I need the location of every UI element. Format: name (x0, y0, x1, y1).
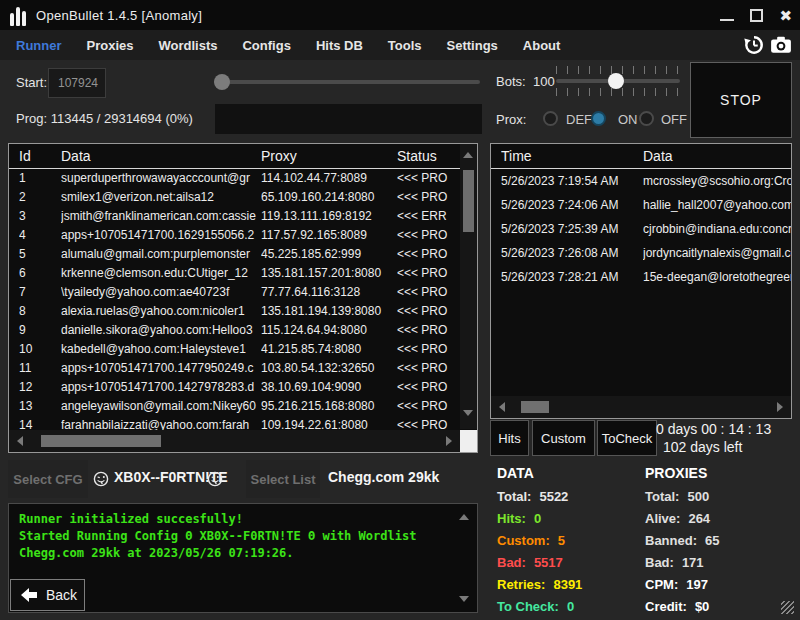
result-row[interactable]: 5alumalu@gmail.com:purplemonster45.225.1… (9, 245, 477, 264)
col-time[interactable]: Time (501, 144, 643, 168)
hit-row[interactable]: 5/26/2023 7:24:06 AMhallie_hall2007@yaho… (491, 193, 791, 217)
log-scroll-down-icon[interactable] (459, 596, 469, 602)
log-line: Chegg.com 29kk at 2023/05/26 07:19:26. (19, 545, 467, 562)
cell-data: hallie_hall2007@yahoo.com:2B (643, 193, 791, 217)
menu-item-configs[interactable]: Configs (242, 38, 290, 53)
results-vertical-scrollbar[interactable] (460, 144, 477, 429)
resize-grip[interactable] (781, 601, 794, 614)
col-proxy[interactable]: Proxy (261, 144, 397, 168)
openbullet-window: OpenBullet 1.4.5 [Anomaly] ✖ Runner Prox… (0, 0, 800, 620)
bots-slider-thumb[interactable] (608, 73, 624, 89)
cell-id: 5 (19, 245, 61, 264)
cell-data: 15e-deegan@loretothegreen.i (643, 265, 791, 289)
col-data[interactable]: Data (643, 144, 791, 168)
cell-proxy: 103.80.54.132:32650 (261, 359, 397, 378)
hits-horizontal-scrollbar[interactable] (491, 396, 791, 418)
result-row[interactable]: 1superduperthrowawayacccount@gr114.102.4… (9, 169, 477, 188)
start-input[interactable] (48, 68, 106, 98)
cell-data: kabedell@yahoo.com:Haleysteve1 (61, 340, 261, 359)
result-row[interactable]: 7\tyailedy@yahoo.com:ae40723f77.77.64.11… (9, 283, 477, 302)
scroll-thumb[interactable] (521, 401, 549, 413)
col-id[interactable]: Id (19, 144, 61, 168)
menu-item-hitsdb[interactable]: Hits DB (316, 38, 363, 53)
start-label: Start: (16, 75, 47, 90)
tab-tocheck[interactable]: ToCheck (597, 420, 657, 456)
start-slider[interactable] (214, 80, 480, 84)
stat-hits: Hits:0 (497, 511, 582, 533)
cell-data: \tyailedy@yahoo.com:ae40723f (61, 283, 261, 302)
prox-radio-def[interactable] (543, 111, 558, 126)
history-clock-icon[interactable] (743, 34, 765, 56)
hit-row[interactable]: 5/26/2023 7:19:54 AMmcrossley@scsohio.or… (491, 169, 791, 193)
col-data[interactable]: Data (61, 144, 261, 168)
cell-data: jsmith@franklinamerican.com:cassie (61, 207, 261, 226)
cell-data: jordyncaitlynalexis@gmail.com (643, 241, 791, 265)
stat-proxy-total: Total:500 (645, 489, 719, 511)
data-stats-title: DATA (497, 465, 582, 481)
maximize-icon[interactable] (750, 9, 763, 22)
stat-proxy-bad: Bad:171 (645, 555, 719, 577)
cell-data: cjrobbin@indiana.edu:concret (643, 217, 791, 241)
select-list-button[interactable]: Select List (246, 460, 320, 498)
close-icon[interactable]: ✖ (779, 8, 792, 23)
tab-custom[interactable]: Custom (532, 420, 595, 456)
result-row[interactable]: 8alexia.ruelas@yahoo.com:nicoler1135.181… (9, 302, 477, 321)
scroll-up-icon[interactable] (463, 152, 473, 158)
stat-bad: Bad:5517 (497, 555, 582, 577)
hit-row[interactable]: 5/26/2023 7:26:08 AMjordyncaitlynalexis@… (491, 241, 791, 265)
scroll-left-icon[interactable] (17, 436, 23, 446)
minimize-icon[interactable] (720, 19, 734, 21)
log-line: Runner initialized succesfully! (19, 511, 467, 528)
result-row[interactable]: 11apps+107051471700.1477950249.c103.80.5… (9, 359, 477, 378)
scroll-down-icon[interactable] (463, 410, 473, 416)
menu-item-about[interactable]: About (523, 38, 561, 53)
cell-proxy: 95.216.215.168:8080 (261, 397, 397, 416)
menu-item-settings[interactable]: Settings (447, 38, 498, 53)
prox-radio-def-label[interactable]: DEF (566, 112, 592, 127)
prox-radio-on[interactable] (591, 111, 606, 126)
scroll-right-icon[interactable] (777, 402, 783, 412)
stat-retries: Retries:8391 (497, 577, 582, 599)
result-row[interactable]: 4apps+107051471700.1629155056.2117.57.92… (9, 226, 477, 245)
result-row[interactable]: 13angeleyawilson@ymail.com:Nikey6095.216… (9, 397, 477, 416)
stat-credit: Credit:$0 (645, 599, 719, 620)
prox-radio-on-label[interactable]: ON (618, 112, 638, 127)
results-horizontal-scrollbar[interactable] (9, 430, 460, 452)
camera-icon[interactable] (770, 34, 792, 56)
scroll-right-icon[interactable] (446, 436, 452, 446)
prox-radio-off[interactable] (639, 111, 654, 126)
result-row[interactable]: 9danielle.sikora@yahoo.com:Helloo3115.12… (9, 321, 477, 340)
scroll-left-icon[interactable] (499, 402, 505, 412)
menu-item-proxies[interactable]: Proxies (87, 38, 134, 53)
prox-radio-off-label[interactable]: OFF (661, 112, 687, 127)
back-arrow-icon (20, 587, 39, 603)
cell-proxy: 119.13.111.169:8192 (261, 207, 397, 226)
result-row[interactable]: 6krkenne@clemson.edu:CUtiger_12135.181.1… (9, 264, 477, 283)
proxies-stats-title: PROXIES (645, 465, 719, 481)
wink-face-icon (93, 471, 109, 487)
wink-face-icon (207, 471, 223, 487)
result-row[interactable]: 12apps+107051471700.1427978283.d38.10.69… (9, 378, 477, 397)
hit-row[interactable]: 5/26/2023 7:25:39 AMcjrobbin@indiana.edu… (491, 217, 791, 241)
stop-button[interactable]: STOP (690, 62, 792, 138)
back-button[interactable]: Back (10, 579, 85, 611)
cell-data: apps+107051471700.1629155056.2 (61, 226, 261, 245)
start-slider-thumb[interactable] (214, 74, 230, 90)
result-row[interactable]: 3jsmith@franklinamerican.com:cassie119.1… (9, 207, 477, 226)
cell-data: superduperthrowawayacccount@gr (61, 169, 261, 188)
result-row[interactable]: 2smilex1@verizon.net:ailsa1265.109.160.2… (9, 188, 477, 207)
scrollbar-corner (460, 430, 477, 452)
log-scroll-up-icon[interactable] (459, 514, 469, 520)
select-cfg-button[interactable]: Select CFG (8, 460, 88, 498)
menu-item-runner[interactable]: Runner (16, 38, 62, 53)
tab-hits[interactable]: Hits (490, 420, 529, 456)
cell-proxy: 65.109.160.214:8080 (261, 188, 397, 207)
menu-item-wordlists[interactable]: Wordlists (158, 38, 217, 53)
scroll-thumb[interactable] (463, 170, 474, 232)
menu-item-tools[interactable]: Tools (388, 38, 422, 53)
cell-data: mcrossley@scsohio.org:Cro88l (643, 169, 791, 193)
result-row[interactable]: 10kabedell@yahoo.com:Haleysteve141.215.8… (9, 340, 477, 359)
cell-id: 8 (19, 302, 61, 321)
scroll-thumb[interactable] (41, 435, 161, 447)
hit-row[interactable]: 5/26/2023 7:28:21 AM15e-deegan@loretothe… (491, 265, 791, 289)
